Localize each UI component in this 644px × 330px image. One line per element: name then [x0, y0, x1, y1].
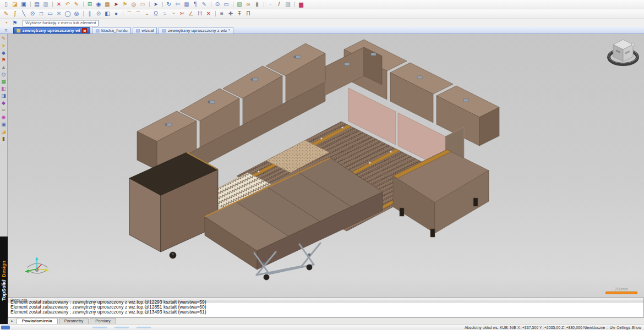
document-icon: ▤	[95, 28, 100, 33]
ellipse-icon[interactable]: ◯	[64, 10, 72, 18]
target-icon[interactable]: ◎	[130, 1, 138, 8]
hatch-style-icon[interactable]: ▨	[284, 1, 292, 8]
tab-zewnetrzny-uproszczony[interactable]: ▤ zewnętrzny uproszczony wi ✕	[13, 27, 90, 34]
delete-geometry-icon[interactable]: ✕	[205, 10, 212, 18]
brand-suffix: ' Design	[1, 261, 7, 280]
tab-pomiary[interactable]: Pomiary	[90, 318, 116, 324]
helix-icon[interactable]: ~	[170, 10, 177, 18]
document-marker-icon[interactable]: ⚑	[11, 19, 19, 27]
half-shape-right-icon[interactable]: ◨	[1, 92, 7, 100]
wave-icon[interactable]: ≈	[161, 10, 168, 18]
panel-icon[interactable]: ▸	[11, 318, 13, 323]
link-tool-icon[interactable]: ∞	[1, 107, 7, 114]
spring-icon[interactable]: Ω	[152, 10, 160, 18]
close-tab-icon[interactable]: ✕	[82, 28, 87, 33]
alpha-bar-window[interactable]: Pasek alfa Element został zabazowany : z…	[8, 298, 644, 317]
status-chip[interactable]	[1, 326, 10, 329]
folder-tool-icon[interactable]: ◪	[1, 128, 7, 135]
target-tool-icon[interactable]: ◎	[1, 71, 7, 78]
arc-3pt-icon[interactable]: ⌒	[134, 10, 142, 18]
render-icon[interactable]: ◉	[1, 114, 7, 121]
hammer-icon[interactable]: Ŧ	[236, 10, 243, 18]
marker-flag-icon[interactable]: ⚑	[1, 57, 7, 64]
document-icon: ▤	[136, 28, 140, 33]
image-icon[interactable]: ▧	[236, 1, 243, 8]
shape-arrow-icon[interactable]: ➤	[1, 42, 7, 50]
grid-icon[interactable]: ▦	[183, 1, 190, 8]
tab-powiadomienia[interactable]: Powiadomienia	[17, 318, 58, 324]
select-icon[interactable]: ➤	[152, 1, 160, 8]
toolbar-separator	[293, 1, 296, 8]
main-toolbar-row-2: ✎ʃ╲⊙□▭✕◯◎∥⊘◧●⌒⌒⌣Ω≈~✄∠H✕≡✚ŦΠ	[0, 9, 644, 19]
project-icon[interactable]: ▤	[33, 1, 41, 8]
fill-color-icon[interactable]: ▆	[297, 1, 305, 8]
toolbar-separator	[81, 1, 85, 8]
parallel-icon[interactable]: ∥	[86, 10, 94, 18]
trim-icon[interactable]: ✄	[178, 10, 186, 18]
sphere-icon[interactable]: ●	[112, 10, 120, 18]
view-glasses-icon[interactable]: ∞	[244, 1, 252, 8]
attach-document-icon[interactable]: ⊞	[86, 1, 94, 8]
component-icon[interactable]: ≡	[218, 10, 226, 18]
chamfer-icon[interactable]: ∠	[187, 10, 195, 18]
scissors-icon[interactable]: ✄	[174, 1, 182, 8]
layer-icon[interactable]: ▣	[1, 121, 7, 128]
tab-wizual[interactable]: ▤ wizual	[133, 27, 157, 34]
publish-icon[interactable]: ◉	[95, 1, 102, 8]
context-icon[interactable]: ◔	[2, 19, 10, 27]
constraint-icon[interactable]: H	[196, 10, 204, 18]
material-icon[interactable]: ▮	[1, 135, 7, 142]
solid-icon[interactable]: ◧	[103, 10, 111, 18]
coordinates-readout: Absolutny układ ws: KUB=NIE X=+337,500 Y…	[465, 326, 644, 329]
tab-parametry[interactable]: Parametry	[59, 318, 89, 324]
arc-icon[interactable]: ⌒	[125, 10, 133, 18]
point-icon[interactable]: ⊙	[29, 10, 36, 18]
sketch-icon[interactable]: ✎	[2, 10, 10, 18]
new-document-icon[interactable]: ▯	[2, 1, 10, 8]
spline-icon[interactable]: ʃ	[11, 10, 19, 18]
flag-icon[interactable]: ⚑	[121, 1, 129, 8]
offset-icon[interactable]: ⊘	[95, 10, 102, 18]
paintbrush-icon[interactable]: ✎	[73, 1, 80, 8]
zoom-icon[interactable]: ⊙	[214, 1, 221, 8]
furniture-leg-icon[interactable]: Π	[244, 10, 252, 18]
polygon-icon[interactable]: ✕	[55, 10, 63, 18]
point-style-icon[interactable]: ·	[266, 1, 274, 8]
half-shape-left-icon[interactable]: ◧	[1, 85, 7, 92]
line-icon[interactable]: ╲	[20, 10, 28, 18]
rotate-view-icon[interactable]: ↻	[165, 1, 173, 8]
grid-tool-icon[interactable]: ▦	[1, 78, 7, 85]
undo-icon[interactable]: ↶	[64, 1, 72, 8]
main-toolbar-row-1: ▯◪▣▤▥✕↶✎⊞◉▦➤⚑◎▭➤↻✄▦¶✎⊙▭▧∞▮·/▨▆	[0, 0, 644, 9]
tab-label: klocka_frontu	[101, 28, 128, 33]
save-icon[interactable]: ▣	[20, 1, 28, 8]
slider-icon[interactable]: ▮	[253, 1, 261, 8]
tab-zewnetrzny-uproszczony-z-wiz[interactable]: ▤ zewnętrzny uproszczony z wiz *	[159, 27, 233, 34]
window-list-icon[interactable]: ≡	[2, 27, 10, 34]
delete-icon[interactable]: ✕	[55, 1, 63, 8]
bom-icon[interactable]: ▦	[103, 1, 111, 8]
solid-tool-icon[interactable]: ◆	[1, 50, 7, 57]
pointer-icon[interactable]: ➤	[112, 1, 120, 8]
fillet-icon[interactable]: ⌣	[143, 10, 151, 18]
sketch-pencil-icon[interactable]: ✎	[1, 35, 7, 42]
dimension-icon[interactable]: ▲	[1, 64, 7, 71]
command-prompt: Wybierz funkcję z menu lub element	[23, 20, 99, 26]
frame-icon[interactable]: ▭	[222, 1, 230, 8]
rectangle-icon[interactable]: ▭	[46, 10, 54, 18]
square-icon[interactable]: □	[37, 10, 45, 18]
eraser-icon[interactable]: ▭	[139, 1, 146, 8]
screw-icon[interactable]: ✚	[227, 10, 234, 18]
toolbar-separator	[121, 10, 124, 18]
diamond-tool-icon[interactable]: ◆	[1, 100, 7, 107]
document-tab-bar: ≡ ▤ zewnętrzny uproszczony wi ✕ ▤ klocka…	[0, 27, 644, 34]
line-style-icon[interactable]: /	[275, 1, 283, 8]
viewport-3d[interactable]: 200mm	[8, 34, 644, 298]
annotation-icon[interactable]: ¶	[192, 1, 199, 8]
circle-icon[interactable]: ◎	[73, 10, 80, 18]
pen-icon[interactable]: ✎	[200, 1, 208, 8]
toolbar-separator	[231, 1, 234, 8]
tab-klocka-frontu[interactable]: ▤ klocka_frontu	[92, 27, 130, 34]
copy-icon[interactable]: ▥	[42, 1, 50, 8]
open-folder-icon[interactable]: ◪	[11, 1, 19, 8]
